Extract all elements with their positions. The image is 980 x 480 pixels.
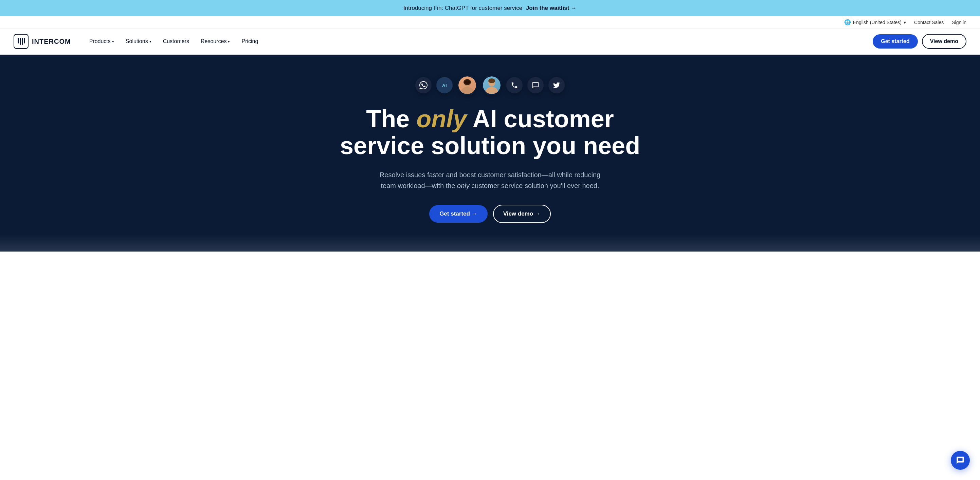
resources-chevron-icon: ▾ [228, 40, 230, 44]
logo-icon [14, 34, 29, 49]
svg-rect-0 [18, 38, 19, 43]
avatar-female-image [458, 76, 476, 94]
globe-icon: 🌐 [844, 19, 851, 25]
phone-icon [506, 77, 523, 93]
svg-rect-1 [20, 38, 21, 45]
svg-point-9 [485, 87, 498, 94]
svg-point-10 [488, 78, 495, 83]
nav-pricing[interactable]: Pricing [237, 36, 263, 47]
sign-in-link[interactable]: Sign in [952, 20, 966, 25]
hero-get-started-button[interactable]: Get started → [429, 205, 487, 223]
chat-bubble-icon [527, 77, 544, 93]
solutions-chevron-icon: ▾ [150, 40, 151, 44]
hero-section: AI [0, 55, 980, 251]
twitter-icon [549, 77, 565, 93]
hero-buttons: Get started → View demo → [429, 205, 551, 223]
hero-bottom-strip [0, 235, 980, 251]
main-nav: INTERCOM Products ▾ Solutions ▾ Customer… [0, 29, 980, 55]
announcement-bar: Introducing Fin: ChatGPT for customer se… [0, 0, 980, 16]
hero-subtitle-italic: only [457, 182, 469, 189]
view-demo-button[interactable]: View demo [922, 34, 966, 49]
nav-resources-label: Resources [201, 38, 226, 45]
nav-products-label: Products [89, 38, 111, 45]
contact-sales-link[interactable]: Contact Sales [914, 20, 943, 25]
language-label: English (United States) [853, 20, 902, 25]
nav-resources[interactable]: Resources ▾ [196, 36, 235, 47]
get-started-button[interactable]: Get started [873, 34, 918, 49]
svg-point-7 [464, 81, 470, 84]
avatar-female [457, 75, 477, 95]
hero-view-demo-button[interactable]: View demo → [493, 205, 551, 223]
products-chevron-icon: ▾ [112, 40, 114, 44]
nav-customers-label: Customers [163, 38, 189, 45]
utility-bar: 🌐 English (United States) ▾ Contact Sale… [0, 16, 980, 29]
avatar-male [482, 75, 501, 95]
announcement-text: Introducing Fin: ChatGPT for customer se… [403, 5, 522, 11]
avatar-male-image [483, 76, 501, 94]
nav-solutions[interactable]: Solutions ▾ [121, 36, 156, 47]
svg-rect-3 [24, 38, 25, 43]
whatsapp-icon [415, 77, 431, 93]
hero-subtitle-part2: customer service solution you'll ever ne… [469, 182, 599, 189]
hero-heading-only: only [416, 105, 466, 132]
nav-solutions-label: Solutions [126, 38, 148, 45]
nav-customers[interactable]: Customers [158, 36, 194, 47]
hero-heading: The only AI customer service solution yo… [337, 106, 643, 159]
nav-pricing-label: Pricing [242, 38, 258, 45]
intercom-logo-svg [16, 37, 26, 46]
chevron-down-icon: ▾ [904, 20, 906, 25]
announcement-cta[interactable]: Join the waitlist → [526, 5, 577, 11]
ai-badge-icon: AI [436, 77, 453, 93]
nav-products[interactable]: Products ▾ [84, 36, 119, 47]
svg-point-5 [461, 87, 473, 94]
nav-links: Products ▾ Solutions ▾ Customers Resourc… [84, 36, 873, 47]
nav-actions: Get started View demo [873, 34, 966, 49]
logo-text: INTERCOM [32, 38, 71, 46]
logo[interactable]: INTERCOM [14, 34, 71, 49]
hero-heading-part1: The [366, 105, 416, 132]
language-selector[interactable]: 🌐 English (United States) ▾ [844, 19, 906, 25]
floating-icons: AI [415, 72, 565, 99]
hero-subtitle: Resolve issues faster and boost customer… [371, 169, 609, 191]
svg-rect-2 [22, 38, 23, 45]
